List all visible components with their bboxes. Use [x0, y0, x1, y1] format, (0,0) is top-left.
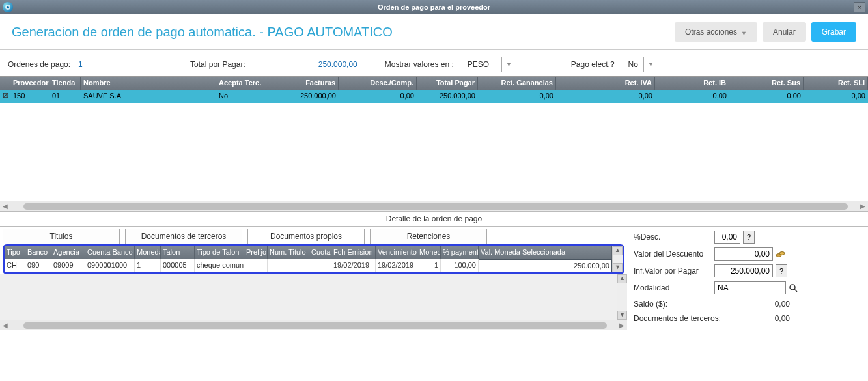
h-scrollbar[interactable]: ◀ ▶	[0, 201, 868, 211]
dcol-talon[interactable]: Talon	[161, 246, 195, 259]
app-icon	[3, 2, 13, 12]
col-proveedor[interactable]: Proveedor	[10, 77, 49, 90]
col-desc[interactable]: Desc./Comp.	[339, 77, 417, 90]
scroll-right-icon[interactable]: ▶	[617, 322, 627, 329]
detail-title: Detalle de la orden de pago	[0, 211, 868, 227]
currency-value: PESO	[462, 60, 501, 69]
dcol-moneda1[interactable]: Moneda	[135, 246, 161, 259]
col-sus[interactable]: Ret. Sus	[729, 77, 804, 90]
desc-help-button[interactable]: ?	[743, 231, 755, 244]
col-iva[interactable]: Ret. IVA	[556, 77, 655, 90]
col-ib[interactable]: Ret. IB	[655, 77, 729, 90]
titlebar: Orden de pago para el proveedor ×	[0, 0, 868, 14]
col-acepta[interactable]: Acepta Terc.	[216, 77, 294, 90]
inf-help-button[interactable]: ?	[776, 264, 787, 277]
cell-ganancias: 0,00	[478, 90, 556, 103]
cell-facturas: 250.000,00	[294, 90, 339, 103]
desc-label: %Desc.	[634, 233, 712, 242]
cell-sus: 0,00	[729, 90, 804, 103]
dcol-banco[interactable]: Banco	[25, 246, 51, 259]
col-tienda[interactable]: Tienda	[49, 77, 81, 90]
coins-icon	[776, 249, 786, 259]
dcell-talon: 000005	[161, 259, 195, 272]
main-grid: Proveedor Tienda Nombre Acepta Terc. Fac…	[0, 76, 868, 211]
scroll-thumb[interactable]	[23, 203, 848, 210]
col-total[interactable]: Total Pagar	[417, 77, 478, 90]
dcol-tipo[interactable]: Tipo	[5, 246, 25, 259]
close-button[interactable]: ×	[854, 2, 865, 12]
col-sli[interactable]: Ret. SLI	[804, 77, 868, 90]
cell-total: 250.000,00	[417, 90, 478, 103]
scroll-down-icon[interactable]: ▼	[613, 263, 623, 272]
other-actions-button[interactable]: Otras acciones ▼	[675, 22, 757, 42]
dcol-emision[interactable]: Fch Emision	[331, 246, 376, 259]
chevron-down-icon: ▼	[643, 57, 658, 72]
dcell-numtitulo	[268, 259, 309, 272]
bottom-left: Titulos Documentos de terceros Documento…	[0, 227, 627, 330]
scroll-up-icon[interactable]: ▲	[613, 246, 623, 255]
v-scrollbar-2[interactable]: ▲ ▼	[617, 274, 627, 320]
modalidad-input[interactable]	[714, 281, 786, 294]
tab-retenciones[interactable]: Retenciones	[370, 229, 487, 244]
dcol-agencia[interactable]: Agencia	[51, 246, 85, 259]
dcol-payment[interactable]: % payment	[441, 246, 479, 259]
scroll-thumb[interactable]	[23, 322, 607, 329]
row-delete-icon[interactable]: ⊠	[0, 90, 10, 103]
scroll-right-icon[interactable]: ▶	[858, 203, 868, 210]
dcell-moneda2: 1	[417, 259, 441, 272]
cell-ib: 0,00	[655, 90, 729, 103]
dcol-numtitulo[interactable]: Num. Titulo	[268, 246, 309, 259]
bottom-area: Titulos Documentos de terceros Documento…	[0, 227, 868, 330]
scroll-up-icon[interactable]: ▲	[617, 274, 627, 283]
inf-input[interactable]	[714, 264, 773, 277]
dcol-valmoneda[interactable]: Val. Moneda Seleccionada	[479, 246, 612, 259]
dcell-valmoneda[interactable]: 250.000,00	[479, 259, 612, 272]
total-label: Total por Pagar:	[190, 60, 245, 69]
discount-label: Valor del Descuento	[634, 249, 712, 259]
svg-point-4	[790, 285, 795, 290]
scroll-down-icon[interactable]: ▼	[617, 311, 627, 320]
table-row[interactable]: ⊠ 150 01 SAUVE S.A No 250.000,00 0,00 25…	[0, 90, 868, 103]
cell-desc: 0,00	[339, 90, 417, 103]
desc-input[interactable]	[714, 231, 740, 244]
terceros-total-value: 0,00	[731, 314, 790, 323]
v-scrollbar[interactable]: ▲ ▼	[612, 246, 623, 272]
dcell-payment: 100,00	[441, 259, 479, 272]
dcol-moneda2[interactable]: Moneda	[417, 246, 441, 259]
orders-label: Ordenes de pago:	[8, 60, 70, 69]
orders-value[interactable]: 1	[78, 60, 182, 69]
chevron-down-icon: ▼	[741, 30, 747, 36]
dcol-cuenta[interactable]: Cuenta Banco	[85, 246, 135, 259]
elect-pay-value: No	[623, 60, 643, 69]
scroll-left-icon[interactable]: ◀	[0, 203, 10, 210]
inf-label: Inf.Valor por Pagar	[634, 266, 712, 275]
tab-terceros[interactable]: Documentos de terceros	[125, 229, 242, 244]
tab-titulos[interactable]: Titulos	[3, 229, 120, 244]
detail-h-scrollbar[interactable]: ◀ ▶	[0, 320, 627, 330]
svg-point-1	[7, 6, 9, 8]
dcol-tipotalon[interactable]: Tipo de Talon	[195, 246, 244, 259]
search-icon[interactable]	[789, 283, 798, 292]
tab-propios[interactable]: Documentos propios	[247, 229, 365, 244]
cell-nombre: SAUVE S.A	[81, 90, 216, 103]
dcol-prefijo[interactable]: Prefijo	[244, 246, 268, 259]
dcol-venc[interactable]: Vencimiento	[376, 246, 417, 259]
header-bar: Generacion de orden de pago automatica. …	[0, 14, 868, 50]
detail-row[interactable]: CH 090 09009 0900001000 1 000005 cheque …	[5, 259, 612, 272]
dcol-cuota[interactable]: Cuota	[309, 246, 331, 259]
cell-iva: 0,00	[556, 90, 655, 103]
cancel-button[interactable]: Anular	[763, 22, 806, 42]
save-button[interactable]: Grabar	[811, 22, 856, 42]
cell-proveedor: 150	[10, 90, 49, 103]
col-ganancias[interactable]: Ret. Ganancias	[478, 77, 556, 90]
dcell-tipotalon: cheque comun	[195, 259, 244, 272]
modalidad-label: Modalidad	[634, 283, 712, 292]
elect-pay-dropdown[interactable]: No ▼	[623, 57, 658, 72]
scroll-left-icon[interactable]: ◀	[0, 322, 10, 329]
col-facturas[interactable]: Facturas	[294, 77, 339, 90]
col-nombre[interactable]: Nombre	[81, 77, 216, 90]
cell-sli: 0,00	[804, 90, 868, 103]
dcell-prefijo	[244, 259, 268, 272]
currency-dropdown[interactable]: PESO ▼	[462, 57, 516, 72]
discount-input[interactable]	[714, 247, 773, 261]
